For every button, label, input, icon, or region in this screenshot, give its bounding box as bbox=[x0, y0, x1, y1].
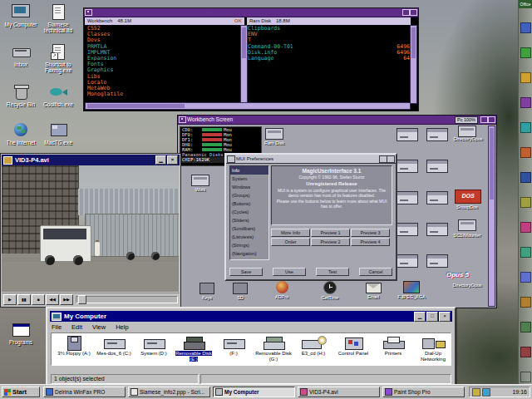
office-icon[interactable] bbox=[520, 347, 531, 357]
minimize-button[interactable]: ▁ bbox=[155, 155, 166, 165]
task-paintshop[interactable]: Paint Shop Pro bbox=[382, 387, 465, 397]
ramdisk-header[interactable]: Ram Disk 18.8M bbox=[247, 17, 411, 25]
dopus-drawer-icon[interactable] bbox=[458, 126, 476, 137]
page-item[interactable]: (Scrollbars) bbox=[230, 224, 268, 233]
office-icon[interactable] bbox=[520, 247, 531, 258]
play-button[interactable]: ▶ bbox=[3, 294, 17, 305]
ramdisk-desk-icon[interactable]: Ram Disk bbox=[256, 128, 293, 145]
page-item[interactable]: (Navigation) bbox=[230, 249, 268, 258]
depth-gadget-icon[interactable] bbox=[488, 116, 495, 123]
scrollbar-horizontal[interactable] bbox=[85, 102, 411, 110]
file-entry[interactable]: Monoglatile bbox=[87, 91, 237, 97]
workbench-screen-titlebar[interactable]: Workbench Screen Pc 100% bbox=[178, 116, 496, 125]
office-icon[interactable] bbox=[520, 47, 531, 58]
scrollbar-vertical[interactable] bbox=[240, 25, 248, 104]
mui-titlebar[interactable]: MUI Preferences bbox=[226, 155, 396, 164]
office-icon[interactable] bbox=[520, 272, 531, 283]
menu-view[interactable]: View bbox=[92, 323, 106, 331]
office-icon[interactable] bbox=[520, 222, 531, 233]
drive-icon[interactable] bbox=[426, 254, 448, 268]
zoom-gadget-icon[interactable] bbox=[480, 116, 488, 123]
drive-icon[interactable] bbox=[397, 160, 418, 173]
desktop-icon-recycle-bin[interactable]: Recycle Bin bbox=[2, 83, 39, 107]
file-entry[interactable]: Libs bbox=[87, 74, 237, 80]
drive-item-d[interactable]: System (D:) bbox=[135, 335, 173, 357]
drive-item-c[interactable]: Mes-dos_6 (C:) bbox=[95, 335, 133, 357]
desktop-icon-faxmg-shortcut[interactable]: Shortcut to Faxmg.exe bbox=[40, 43, 76, 73]
task-siamese-doc[interactable]: Siamese_info2.ppp - Scri... bbox=[128, 387, 210, 397]
task-winfax[interactable]: Delrina WinFax PRO bbox=[43, 387, 126, 397]
drive-item-g[interactable]: Removable Disk (G:) bbox=[254, 335, 293, 362]
close-gadget-icon[interactable] bbox=[179, 116, 186, 123]
file-entry[interactable]: PRMTLA bbox=[87, 44, 237, 50]
page-item[interactable]: (Groups) bbox=[230, 191, 268, 200]
drive-icon[interactable] bbox=[397, 254, 418, 268]
office-icon[interactable] bbox=[520, 297, 531, 308]
page-item[interactable]: Windows bbox=[230, 183, 268, 191]
office-icon[interactable] bbox=[520, 322, 531, 332]
stop-button[interactable]: ■ bbox=[32, 294, 45, 305]
scrollbar-vertical[interactable] bbox=[488, 126, 495, 307]
dos-icon[interactable]: DOS bbox=[455, 190, 481, 204]
jpeg-icon[interactable]: F.JPEG_AGA bbox=[393, 281, 430, 299]
drive-icon[interactable] bbox=[397, 128, 418, 141]
close-gadget-icon[interactable] bbox=[227, 155, 235, 163]
use-button[interactable]: Use bbox=[273, 268, 306, 276]
file-entry[interactable]: Language bbox=[248, 56, 273, 62]
sd-icon[interactable]: SD bbox=[222, 283, 259, 300]
file-entry[interactable]: Classes bbox=[87, 32, 237, 37]
file-entry[interactable]: C552 bbox=[87, 26, 237, 32]
rewind-button[interactable]: ◀◀ bbox=[46, 294, 59, 305]
desktop-icon-siamese[interactable]: Siamese technical.ltd bbox=[40, 3, 76, 33]
control-panel-item[interactable]: Control Panel bbox=[334, 335, 372, 357]
seek-slider[interactable] bbox=[76, 296, 178, 303]
preview2-button[interactable]: Preview 2 bbox=[311, 238, 350, 246]
forward-button[interactable]: ▶▶ bbox=[60, 294, 73, 305]
menu-file[interactable]: File bbox=[52, 323, 62, 331]
office-icon[interactable] bbox=[520, 372, 531, 382]
menu-help[interactable]: Help bbox=[116, 323, 128, 331]
email-icon[interactable]: Email bbox=[355, 283, 392, 299]
office-icon[interactable] bbox=[520, 22, 531, 33]
page-item[interactable]: (Buttons) bbox=[230, 200, 268, 208]
my-computer-titlebar[interactable]: My Computer ▁ □ × bbox=[50, 311, 452, 322]
video-titlebar[interactable]: VID3-P4.avi ▁ × bbox=[2, 155, 180, 165]
page-item[interactable]: Info bbox=[230, 166, 268, 175]
task-my-computer[interactable]: My Computer bbox=[213, 387, 295, 397]
preview1-button[interactable]: Preview 1 bbox=[311, 229, 350, 237]
desktop-icon-inbox[interactable]: Inbox bbox=[2, 43, 39, 67]
order-button[interactable]: Order bbox=[271, 238, 310, 246]
page-item[interactable]: (Strings) bbox=[230, 241, 268, 249]
workbench-file-list[interactable]: C552 Classes Devs PRMTLA IMPLMNT Expansi… bbox=[87, 26, 237, 103]
file-entry[interactable]: Devs bbox=[87, 37, 237, 43]
close-button[interactable]: × bbox=[439, 312, 451, 322]
work-desk-icon[interactable]: Work bbox=[182, 175, 219, 192]
depth-gadget-icon[interactable] bbox=[410, 9, 417, 16]
drive-item-floppy-a[interactable]: 3½ Floppy (A:) bbox=[55, 335, 93, 357]
drive-item-e-selected[interactable]: Removable Disk (E:) bbox=[175, 335, 213, 362]
office-icon[interactable] bbox=[520, 197, 531, 208]
volume-icon[interactable] bbox=[472, 388, 480, 397]
zoom-gadget-icon[interactable] bbox=[402, 9, 410, 16]
drive-item-h-cd[interactable]: E3_cd (H:) bbox=[294, 335, 332, 357]
page-item[interactable]: (Sliders) bbox=[230, 216, 268, 224]
modem-icon[interactable] bbox=[482, 388, 490, 397]
workbench-dir-header[interactable]: Workbench 48.1M OK bbox=[85, 17, 244, 25]
office-icon[interactable] bbox=[520, 122, 531, 133]
scrollbar-vertical[interactable] bbox=[410, 25, 417, 104]
drive-icon[interactable] bbox=[426, 191, 448, 204]
dialup-item[interactable]: Dial-Up Networking bbox=[414, 335, 452, 362]
close-gadget-icon[interactable] bbox=[85, 9, 92, 16]
menu-edit[interactable]: Edit bbox=[71, 323, 82, 331]
test-button[interactable]: Test bbox=[316, 268, 349, 276]
preview3-button[interactable]: Preview 3 bbox=[351, 229, 390, 237]
depth-gadget-icon[interactable] bbox=[387, 155, 395, 163]
workbench-titlebar[interactable] bbox=[84, 8, 418, 17]
page-item[interactable]: System bbox=[230, 175, 268, 183]
maximize-button[interactable]: □ bbox=[426, 312, 438, 322]
opus5-logo[interactable]: Opus 5 bbox=[446, 271, 469, 278]
close-button[interactable]: × bbox=[167, 155, 178, 165]
file-entry[interactable]: Expansion bbox=[87, 56, 237, 62]
gettime-icon[interactable]: GetTime bbox=[312, 281, 348, 300]
task-video[interactable]: VID3-P4.avi bbox=[298, 387, 380, 397]
